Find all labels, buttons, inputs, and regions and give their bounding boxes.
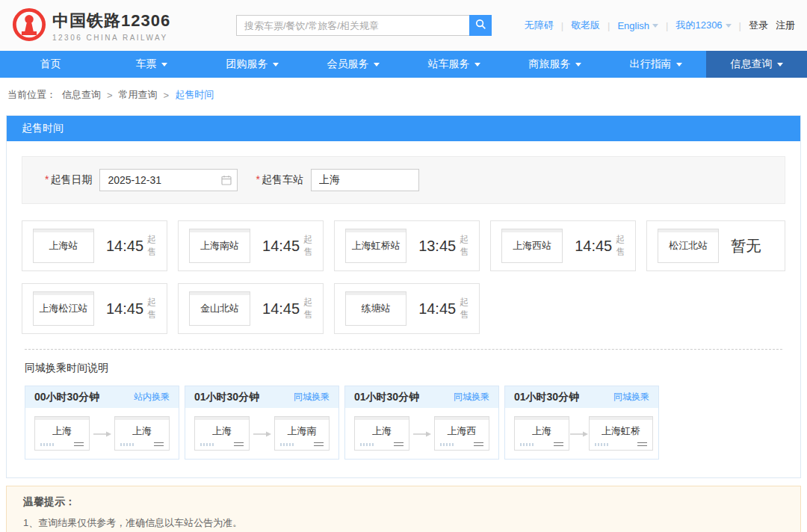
sale-suffix: 起售 (303, 296, 312, 321)
ticket-lines-icon (74, 442, 84, 446)
station-name-box: 金山北站 (189, 291, 250, 326)
link-accessibility[interactable]: 无障碍 (525, 19, 554, 32)
search-icon (475, 19, 486, 32)
sale-time-value: 14:45 (262, 238, 300, 255)
sale-station-input[interactable] (311, 169, 419, 191)
sale-suffix: 起售 (147, 296, 156, 321)
required-mark: * (45, 173, 49, 185)
transfer-card-4: 01小时30分钟 同城换乘 上海 上海虹桥 (504, 386, 659, 460)
ticket-fineprint (120, 443, 134, 446)
transfer-duration: 01小时30分钟 (194, 391, 259, 404)
sale-time-panel: 起售时间 *起售日期 *起售车站 上海站 (6, 115, 801, 478)
breadcrumb-common-query[interactable]: 常用查询 (119, 88, 158, 102)
header-links: 无障碍 | 敬老版 | English | 我的12306 | 登录 注册 (525, 19, 795, 32)
sale-suffix: 起售 (616, 233, 625, 259)
station-card-liantang: 练塘站 14:45 起售 (334, 283, 480, 334)
transfer-card-2: 01小时30分钟 同城换乘 上海 上海南 (185, 386, 339, 460)
search-bar (236, 15, 492, 36)
sale-time-value: 暂无 (731, 236, 761, 256)
sale-suffix: 起售 (460, 296, 469, 321)
transfer-type-label: 站内换乘 (134, 391, 170, 403)
sale-time-value: 14:45 (418, 300, 456, 318)
from-station-box: 上海 (34, 416, 90, 451)
chevron-down-icon (676, 63, 682, 66)
ticket-fineprint (40, 443, 54, 446)
sale-suffix: 起售 (303, 233, 312, 259)
query-form: *起售日期 *起售车站 (22, 156, 785, 204)
station-name-box: 上海虹桥站 (345, 229, 406, 263)
link-my12306[interactable]: 我的12306 (675, 19, 731, 32)
breadcrumb-prefix: 当前位置： (7, 88, 56, 102)
ticket-fineprint (440, 443, 454, 446)
site-logo[interactable]: 中国铁路12306 12306 CHINA RAILWAY (12, 7, 236, 44)
station-name-box: 练塘站 (345, 291, 406, 326)
from-station-box: 上海 (514, 416, 569, 451)
nav-item-info-query[interactable]: 信息查询 (706, 51, 807, 78)
sale-date-input[interactable] (99, 169, 238, 191)
nav-item-group-service[interactable]: 团购服务 (202, 51, 303, 78)
to-station-box: 上海虹桥 (589, 416, 653, 451)
station-results: 上海站 14:45 起售 上海南站 14:45 起售 上海虹桥站 13:45 起… (22, 220, 785, 334)
calendar-icon[interactable] (221, 175, 232, 188)
to-station-box: 上海南 (274, 416, 330, 451)
chevron-down-icon (273, 63, 279, 66)
chevron-down-icon (374, 63, 380, 66)
sale-time-value: 14:45 (106, 300, 143, 318)
required-mark: * (256, 173, 259, 185)
nav-item-business-service[interactable]: 商旅服务 (504, 51, 605, 78)
ticket-fineprint (360, 443, 374, 446)
nav-item-member-service[interactable]: 会员服务 (303, 51, 404, 78)
station-card-shanghaisongjiang: 上海松江站 14:45 起售 (22, 283, 167, 334)
transfer-type-label: 同城换乘 (294, 391, 330, 403)
breadcrumb-sale-time[interactable]: 起售时间 (175, 88, 214, 102)
logo-subtitle: 12306 CHINA RAILWAY (52, 34, 170, 42)
search-button[interactable] (469, 15, 492, 36)
station-card-shanghaixi: 上海西站 14:45 起售 (490, 220, 636, 271)
ticket-lines-icon (394, 442, 404, 446)
station-card-jinshanbei: 金山北站 14:45 起售 (178, 283, 324, 334)
transfer-card-3: 01小时30分钟 同城换乘 上海 上海西 (344, 386, 499, 460)
station-label: 起售车站 (262, 173, 303, 185)
station-name-box: 上海西站 (501, 229, 563, 263)
station-card-shanghainan: 上海南站 14:45 起售 (178, 220, 324, 271)
to-station-box: 上海西 (434, 416, 489, 451)
nav-item-tickets[interactable]: 车票 (101, 51, 202, 78)
nav-item-station-service[interactable]: 站车服务 (404, 51, 504, 78)
chevron-down-icon (652, 24, 658, 28)
sale-time-value: 14:45 (106, 238, 143, 255)
sale-time-value: 13:45 (418, 238, 456, 255)
ticket-fineprint (200, 443, 214, 446)
ticket-lines-icon (154, 442, 164, 446)
register-button[interactable]: 注册 (776, 19, 795, 32)
login-button[interactable]: 登录 (749, 19, 768, 32)
ticket-lines-icon (234, 442, 244, 446)
sale-time-value: 14:45 (262, 300, 300, 318)
arrow-right-icon (569, 430, 589, 437)
chevron-down-icon (726, 24, 732, 28)
railway-emblem-icon (12, 7, 46, 44)
transfer-duration: 01小时30分钟 (354, 391, 419, 404)
nav-item-travel-guide[interactable]: 出行指南 (605, 51, 706, 78)
station-card-shanghaihongqiao: 上海虹桥站 13:45 起售 (334, 220, 480, 271)
chevron-down-icon (575, 63, 581, 66)
ticket-fineprint (520, 443, 534, 446)
sale-time-value: 14:45 (575, 238, 612, 255)
station-name-box: 松江北站 (658, 229, 719, 263)
date-label: 起售日期 (50, 173, 92, 185)
breadcrumb-info-query[interactable]: 信息查询 (62, 88, 101, 102)
panel-title: 起售时间 (7, 116, 800, 141)
station-name-box: 上海南站 (189, 229, 250, 263)
sale-suffix: 起售 (147, 233, 156, 259)
main-nav: 首页 车票 团购服务 会员服务 站车服务 商旅服务 出行指南 信息查询 (0, 51, 807, 78)
arrow-right-icon (90, 430, 114, 437)
search-input[interactable] (236, 15, 469, 36)
nav-item-home[interactable]: 首页 (0, 51, 101, 78)
link-english[interactable]: English (617, 20, 658, 31)
chevron-down-icon (161, 63, 167, 66)
arrow-right-icon (250, 430, 274, 437)
warm-notice: 温馨提示： 1、查询结果仅供参考，准确信息以车站公告为准。 2、车站根据实际情况… (6, 486, 801, 532)
link-elder-version[interactable]: 敬老版 (571, 19, 600, 32)
station-name-box: 上海站 (33, 229, 94, 263)
notice-title: 温馨提示： (23, 495, 784, 509)
transfer-type-label: 同城换乘 (613, 391, 649, 403)
